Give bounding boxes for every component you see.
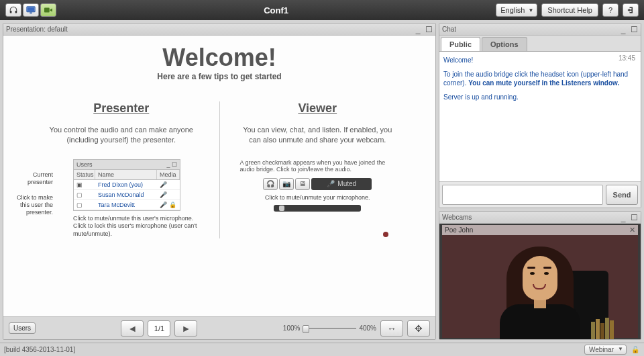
language-dropdown[interactable]: English — [496, 3, 537, 17]
chat-msg-join: To join the audio bridge click the heads… — [443, 70, 637, 87]
users-col-status: Status — [74, 170, 95, 179]
viewer-column: Viewer You can view, chat, and listen. I… — [227, 101, 409, 238]
maximize-icon[interactable]: ☐ — [630, 26, 638, 34]
viewer-desc: You can view, chat, and listen. If enabl… — [240, 125, 394, 146]
chat-messages: 13:45 Welcome! To join the audio bridge … — [439, 52, 641, 181]
users-col-name: Name — [95, 170, 157, 179]
chat-msg-welcome: Welcome! — [443, 56, 637, 64]
minimize-icon[interactable]: _ — [619, 26, 627, 34]
tab-public[interactable]: Public — [441, 37, 480, 51]
lock-icon[interactable]: 🔓 — [631, 345, 640, 355]
chat-title: Chat — [442, 26, 619, 33]
webcam-username: Poe John — [445, 226, 473, 234]
media-icon: 🎤 — [157, 190, 180, 199]
svg-rect-1 — [28, 7, 34, 11]
chat-msg-server: Server is up and running. — [443, 93, 637, 101]
layout-dropdown[interactable]: Webinar — [584, 345, 627, 355]
headset-icon[interactable] — [5, 3, 21, 17]
muted-indicator: 🎤 Muted — [311, 178, 372, 190]
minimize-icon[interactable]: _ — [414, 26, 422, 34]
presentation-footer: Users ◄ 1/1 ► 100% 400% ↔ ✥ — [3, 316, 435, 339]
audio-deskshare-icon: 🖥 — [295, 178, 310, 190]
record-dot-icon — [383, 232, 388, 237]
webcam-frame: Poe John ✕ — [442, 225, 638, 338]
build-info: [build 4356-2013-11-01] — [4, 346, 75, 353]
users-mock-ctrls: _ ☐ — [166, 161, 177, 168]
chat-panel: Chat _ ☐ Public Options 13:45 Welcome! T… — [439, 23, 641, 208]
audio-toolbar-mock: 🎧 📷 🖥 🎤 Muted — [227, 178, 409, 190]
welcome-heading: Welcome! — [30, 44, 409, 72]
left-column: Presentation: default _ ☐ Welcome! Here … — [3, 23, 436, 340]
note-mute: Click to mute/unmute this user's microph… — [73, 215, 213, 223]
chat-timestamp: 13:45 — [619, 54, 635, 62]
status-icon: ▢ — [74, 200, 95, 210]
audio-webcam-icon: 📷 — [279, 178, 294, 190]
help-icon[interactable]: ? — [602, 3, 619, 17]
toolbar-left-icons — [5, 3, 56, 17]
users-button[interactable]: Users — [9, 322, 36, 334]
user-name: Fred Dixon (you) — [95, 180, 157, 189]
presentation-header: Presentation: default _ ☐ — [3, 24, 435, 36]
audio-slider-mock — [274, 205, 361, 212]
presentation-panel: Presentation: default _ ☐ Welcome! Here … — [3, 23, 436, 340]
user-name: Susan McDonald — [95, 190, 157, 199]
viewer-mute-tip: Click to mute/unmute your microphone. — [227, 194, 409, 201]
note-make-presenter: Click to make this user the presenter. — [15, 194, 53, 216]
users-mock-title: Users — [76, 161, 93, 168]
chat-header: Chat _ ☐ — [439, 24, 641, 36]
prev-slide-button[interactable]: ◄ — [121, 320, 144, 337]
svg-rect-2 — [30, 12, 32, 13]
webcams-panel: Webcams _ ☐ Poe John ✕ — [439, 211, 641, 340]
viewer-heading: Viewer — [227, 101, 409, 116]
send-button[interactable]: Send — [606, 185, 638, 205]
status-icon: ▣ — [74, 180, 95, 189]
tab-options[interactable]: Options — [482, 37, 527, 51]
zoom-control: 100% 400% — [283, 324, 376, 332]
users-list-mock: Users_ ☐ Status Name Media ▣Fred Dixon (… — [73, 159, 180, 211]
minimize-icon[interactable]: _ — [619, 214, 627, 222]
welcome-subheading: Here are a few tips to get started — [30, 72, 409, 81]
webcams-header: Webcams _ ☐ — [439, 212, 641, 224]
room-title: Conf1 — [56, 5, 496, 15]
webcam-body: Poe John ✕ — [439, 224, 641, 339]
note-lock: Click to lock this user's microphone (us… — [73, 222, 213, 238]
chat-input-area: Send — [439, 181, 641, 208]
chat-textarea[interactable] — [442, 185, 603, 205]
logout-icon[interactable] — [623, 3, 639, 17]
shortcut-help-button[interactable]: Shortcut Help — [541, 3, 598, 17]
main-area: Presentation: default _ ☐ Welcome! Here … — [0, 20, 644, 343]
maximize-icon[interactable]: ☐ — [425, 26, 433, 34]
top-toolbar: Conf1 English Shortcut Help ? — [0, 0, 644, 20]
users-col-media: Media — [157, 170, 180, 179]
webcams-title: Webcams — [442, 214, 619, 221]
webcam-share-icon[interactable] — [40, 3, 56, 17]
chat-msg-join-bold: You can mute yourself in the Listeners w… — [468, 79, 619, 87]
maximize-icon[interactable]: ☐ — [630, 214, 638, 222]
presenter-heading: Presenter — [30, 101, 213, 116]
page-indicator: 1/1 — [148, 320, 170, 337]
desktop-icon[interactable] — [23, 3, 39, 17]
presenter-notes: Click to mute/unmute this user's microph… — [73, 215, 213, 238]
note-current-presenter: Current presenter — [15, 171, 53, 186]
next-slide-button[interactable]: ► — [174, 320, 197, 337]
column-divider — [219, 101, 220, 238]
right-column: Chat _ ☐ Public Options 13:45 Welcome! T… — [439, 23, 641, 340]
audio-headset-icon: 🎧 — [263, 178, 278, 190]
viewer-green-note: A green checkmark appears when you have … — [240, 159, 396, 173]
app-root: Conf1 English Shortcut Help ? Presentati… — [0, 0, 644, 356]
user-name: Tara McDevitt — [95, 200, 157, 210]
media-icon: 🎤 🔒 — [157, 200, 180, 210]
muted-label: Muted — [337, 180, 356, 187]
zoom-max: 400% — [359, 324, 376, 332]
fit-width-button[interactable]: ↔ — [380, 320, 403, 337]
presenter-column: Presenter You control the audio and can … — [30, 101, 213, 238]
svg-rect-3 — [44, 8, 50, 13]
presentation-title: Presentation: default — [6, 26, 414, 33]
chat-tabs: Public Options — [439, 36, 641, 52]
presenter-desc: You control the audio and can make anyon… — [44, 125, 199, 146]
zoom-slider[interactable] — [303, 328, 356, 329]
status-icon: ▢ — [74, 190, 95, 199]
close-icon[interactable]: ✕ — [629, 226, 635, 234]
fit-page-button[interactable]: ✥ — [407, 320, 430, 337]
toolbar-right: English Shortcut Help ? — [496, 3, 639, 17]
